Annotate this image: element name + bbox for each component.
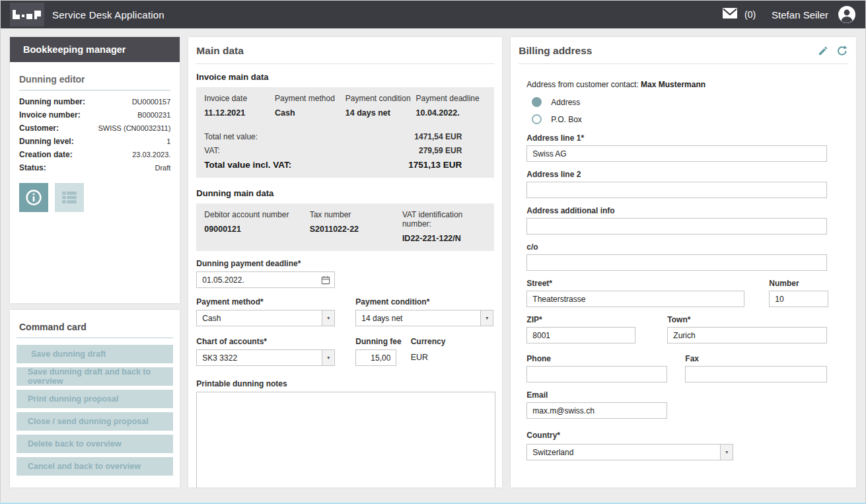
total-net-row: Total net value: 1471,54 EUR	[204, 132, 462, 141]
total-incl-vat-label: Total value incl. VAT:	[204, 160, 291, 170]
chart-of-accounts-selected-value: SK3 3322	[197, 350, 322, 365]
calendar-icon[interactable]	[321, 275, 330, 285]
top-bar: Service Desk Application (0) Stefan Seil…	[1, 1, 865, 28]
tax-number-col: Tax number S2011022-22	[310, 210, 402, 243]
close-send-dunning-proposal-button[interactable]: Close / send dunning proposal	[17, 412, 173, 431]
avatar[interactable]	[838, 5, 856, 24]
customer-value: SWISS (CN00032311)	[98, 124, 170, 132]
radio-po-box[interactable]: P.O. Box	[532, 114, 848, 124]
vat-id-value: ID22-221-122/N	[402, 234, 486, 243]
chart-of-accounts-select[interactable]: SK3 3322 ▾	[196, 349, 335, 366]
main-data-title: Main data	[196, 45, 494, 57]
dunning-number-value: DU0000157	[132, 98, 171, 106]
divider	[19, 90, 170, 90]
payment-method-select[interactable]: Cash ▾	[196, 310, 335, 326]
dunning-level-row: Dunning level: 1	[19, 137, 170, 146]
address-line-2-input[interactable]	[526, 182, 827, 198]
payment-condition-select[interactable]: 14 days net ▾	[355, 310, 493, 326]
main-data-panel: Main data Invoice main data Invoice date…	[188, 37, 502, 487]
debitor-account-value: 09000121	[204, 225, 309, 234]
currency-value: EUR	[411, 349, 446, 366]
phone-input[interactable]	[526, 366, 667, 382]
creation-date-label: Creation date:	[19, 150, 73, 159]
dunning-payment-deadline-value: 01.05.2022.	[202, 275, 321, 285]
tax-number-value: S2011022-22	[310, 225, 402, 234]
dunning-main-data-heading: Dunning main data	[196, 188, 494, 198]
radio-selected-icon[interactable]	[532, 97, 542, 107]
delete-back-overview-button[interactable]: Delete back to overview	[17, 435, 173, 453]
number-label: Number	[769, 279, 828, 288]
zip-input[interactable]	[526, 327, 635, 343]
country-selected-value: Switzerland	[527, 445, 720, 460]
invoice-totals: Total net value: 1471,54 EUR VAT: 279,59…	[204, 132, 462, 170]
invoice-date-value: 11.12.2021	[204, 108, 275, 118]
customer-label: Customer:	[19, 124, 59, 133]
save-draft-back-overview-button[interactable]: Save dunning draft and back to overview	[17, 367, 173, 386]
country-select[interactable]: Switzerland ▾	[526, 444, 733, 460]
radio-address[interactable]: Address	[532, 97, 848, 107]
dunning-payment-deadline-input[interactable]: 01.05.2022.	[196, 271, 335, 288]
chevron-down-icon[interactable]: ▾	[480, 310, 493, 326]
street-input[interactable]	[526, 291, 744, 307]
radio-unselected-icon[interactable]	[532, 114, 542, 124]
list-view-button[interactable]	[55, 183, 84, 212]
creation-date-value: 23.03.2023.	[132, 151, 170, 159]
email-input[interactable]	[526, 402, 667, 419]
dunning-editor-title: Dunning editor	[19, 74, 170, 85]
payment-condition-col: Payment condition 14 days net	[345, 94, 416, 118]
town-label: Town*	[667, 315, 827, 324]
customer-contact-line: Address from customer contact: Max Muste…	[526, 80, 848, 89]
cancel-back-overview-button[interactable]: Cancel and back to overview	[17, 457, 173, 476]
payment-condition-selected-value: 14 days net	[356, 310, 480, 326]
chevron-down-icon[interactable]: ▾	[322, 350, 334, 365]
payment-method-selected-value: Cash	[197, 310, 322, 326]
town-input[interactable]	[667, 327, 827, 343]
dunning-fee-input[interactable]	[355, 349, 396, 366]
info-button[interactable]	[19, 183, 48, 212]
vat-row: VAT: 279,59 EUR	[204, 146, 462, 155]
print-dunning-proposal-button[interactable]: Print dunning proposal	[17, 390, 173, 408]
debitor-account-label: Debitor account number	[204, 210, 309, 219]
billing-address-title: Billing address	[519, 45, 592, 57]
command-card-panel: Command card Save dunning draft Save dun…	[10, 310, 180, 487]
total-net-value: 1471,54 EUR	[414, 132, 462, 141]
address-additional-info-input[interactable]	[526, 218, 827, 234]
vat-value: 279,59 EUR	[419, 146, 462, 155]
invoice-main-data-box: Invoice date 11.12.2021 Payment method C…	[196, 87, 494, 178]
customer-contact-name: Max Mustermann	[641, 80, 705, 89]
application-window: Service Desk Application (0) Stefan Seil…	[0, 0, 866, 504]
total-net-label: Total net value:	[204, 132, 258, 141]
dunning-main-data-box: Debitor account number 09000121 Tax numb…	[196, 203, 494, 251]
chevron-down-icon[interactable]: ▾	[322, 310, 334, 326]
mail-count-badge: (0)	[744, 9, 756, 20]
address-additional-info-label: Address additional info	[526, 206, 848, 215]
refresh-icon[interactable]	[836, 45, 848, 57]
invoice-date-col: Invoice date 11.12.2021	[204, 94, 275, 118]
phone-label: Phone	[526, 354, 667, 363]
address-line-1-input[interactable]	[526, 145, 827, 162]
co-input[interactable]	[526, 254, 827, 271]
edit-pencil-icon[interactable]	[817, 46, 828, 57]
mail-icon[interactable]	[722, 7, 738, 22]
bookkeeping-manager-panel: Bookkeeping manager Dunning editor Dunni…	[10, 37, 180, 303]
country-label: Country*	[526, 431, 848, 440]
save-dunning-draft-button[interactable]: Save dunning draft	[17, 345, 173, 363]
dunning-payment-deadline-label: Dunning payment deadline*	[196, 259, 494, 268]
chevron-down-icon[interactable]: ▾	[720, 445, 733, 460]
creation-date-row: Creation date: 23.03.2023.	[19, 150, 170, 159]
divider	[196, 63, 494, 64]
zip-label: ZIP*	[526, 315, 635, 324]
payment-deadline-col: Payment deadline 10.04.2022.	[416, 94, 487, 118]
printable-dunning-notes-textarea[interactable]	[196, 392, 495, 487]
fax-label: Fax	[685, 354, 827, 363]
number-input[interactable]	[769, 291, 828, 307]
panel-header: Bookkeeping manager	[10, 37, 180, 62]
dunning-number-row: Dunning number: DU0000157	[19, 97, 170, 106]
street-label: Street*	[526, 279, 744, 288]
payment-method-col: Payment method Cash	[275, 94, 345, 118]
status-label: Status:	[19, 163, 46, 172]
info-icon	[25, 189, 42, 206]
radio-address-label: Address	[551, 98, 580, 107]
fax-input[interactable]	[685, 366, 827, 382]
co-label: c/o	[526, 242, 848, 252]
